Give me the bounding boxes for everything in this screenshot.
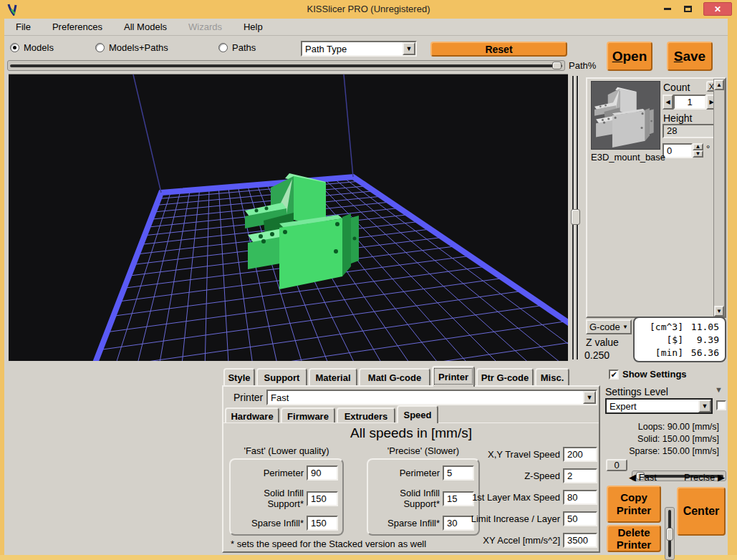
fast-group-title: 'Fast' (Lower quality) xyxy=(229,445,344,456)
subtab-firmware[interactable]: Firmware xyxy=(281,407,335,423)
minimize-icon xyxy=(664,8,671,10)
settings-level-value: Expert xyxy=(607,401,698,412)
menu-wizards: Wizards xyxy=(188,21,222,32)
maximize-button[interactable] xyxy=(679,2,696,16)
zero-button[interactable]: 0 xyxy=(606,459,627,471)
settings-level-dropdown-button[interactable]: ▼ xyxy=(698,400,711,412)
save-button[interactable]: Save xyxy=(667,42,713,71)
tab-matl-gcode[interactable]: Matl G-code xyxy=(359,368,430,386)
kisslicer-window: { "window": { "title": "KISSlicer PRO (U… xyxy=(0,0,737,560)
radio-models-paths[interactable]: Models+Paths xyxy=(95,42,168,53)
close-button[interactable]: ✕ xyxy=(703,2,732,16)
z-value-label: Z value xyxy=(586,337,619,348)
radio-models-icon xyxy=(10,43,19,52)
limit-increase-field[interactable]: 50 xyxy=(563,511,597,526)
scroll-up-icon: ▲ xyxy=(716,82,722,88)
xy-accel-field[interactable]: 3500 xyxy=(563,533,597,548)
model-list-panel: Count X ◀ 1 ▶ Height 28 0 ▲ ▼ ° E3D_moun… xyxy=(586,77,726,318)
path-percent-slider[interactable] xyxy=(7,60,565,71)
minimize-button[interactable] xyxy=(659,2,676,16)
model-thumbnail[interactable] xyxy=(591,81,660,150)
speed-readout: Loops: 90.00 [mm/s] Solid: 150.00 [mm/s]… xyxy=(610,421,719,458)
xy-travel-speed-row: X,Y Travel Speed 200 xyxy=(467,447,597,462)
rotation-up-button[interactable]: ▲ xyxy=(693,143,703,150)
settings-level-select[interactable]: Expert ▼ xyxy=(605,398,713,414)
tab-material[interactable]: Material xyxy=(309,368,357,386)
first-layer-max-speed-field[interactable]: 80 xyxy=(563,490,597,505)
subtab-speed[interactable]: Speed xyxy=(397,405,438,423)
model-list-scrollbar[interactable]: ▲ ▼ xyxy=(713,79,725,317)
build-plate-scene xyxy=(9,74,568,361)
precise-perimeter-row: Perimeter 5 xyxy=(368,465,474,481)
open-button[interactable]: Open xyxy=(607,42,652,71)
z-value-slider[interactable] xyxy=(570,76,582,359)
scroll-up-button[interactable]: ▲ xyxy=(714,79,724,90)
stats-time: [min]56.36 xyxy=(640,347,719,359)
viewport-3d[interactable] xyxy=(9,74,568,360)
scroll-down-button[interactable]: ▼ xyxy=(714,306,724,317)
gcode-select[interactable]: G-code ▼ xyxy=(586,319,632,334)
rotation-down-button[interactable]: ▼ xyxy=(693,150,703,158)
xy-travel-speed-field[interactable]: 200 xyxy=(563,447,597,462)
reset-button[interactable]: Reset xyxy=(430,42,567,57)
collapse-triangle-icon[interactable]: ▼ xyxy=(715,385,723,394)
fast-solid-infill-row: Solid Infill Support* 150 xyxy=(231,488,338,509)
rotation-field[interactable]: 0 xyxy=(663,143,693,158)
path-percent-slider-handle[interactable] xyxy=(552,62,562,69)
fast-solid-infill-field[interactable]: 150 xyxy=(307,491,338,506)
printer-select-value: Fast xyxy=(268,392,583,403)
stats-volume: [cm^3]11.05 xyxy=(640,321,719,334)
tab-printer[interactable]: Printer xyxy=(432,366,475,387)
radio-models[interactable]: Models xyxy=(10,42,54,53)
model-scale-vslider-handle[interactable] xyxy=(666,528,673,541)
title-bar[interactable]: KISSlicer PRO (Unregistered) ✕ xyxy=(0,0,737,19)
model-thumbnail-render xyxy=(592,82,660,149)
copy-printer-button[interactable]: Copy Printer xyxy=(607,486,661,523)
path-type-dropdown-button[interactable]: ▼ xyxy=(403,42,415,55)
menu-help[interactable]: Help xyxy=(244,21,263,32)
fast-perimeter-field[interactable]: 90 xyxy=(307,465,338,481)
menu-all-models[interactable]: All Models xyxy=(124,21,167,32)
count-label: Count xyxy=(663,82,690,93)
fast-sparse-infill-field[interactable]: 150 xyxy=(307,516,338,531)
radio-paths[interactable]: Paths xyxy=(218,42,256,53)
path-type-select[interactable]: Path Type ▼ xyxy=(301,41,417,57)
path-percent-label: Path% xyxy=(569,60,596,71)
printer-dropdown-button[interactable]: ▼ xyxy=(583,391,596,404)
model-scale-vslider[interactable] xyxy=(665,507,675,560)
height-field: 28 xyxy=(663,124,717,138)
arrow-left-icon: ◀ xyxy=(665,100,670,105)
menu-preferences[interactable]: Preferences xyxy=(52,21,102,32)
speed-heading: All speeds in [mm/s] xyxy=(223,425,599,441)
limit-increase-row: Limit Increase / Layer 50 xyxy=(467,511,597,526)
rotation-spinner[interactable]: ▲ ▼ xyxy=(693,143,703,158)
tab-support[interactable]: Support xyxy=(256,368,307,386)
count-decrement-button[interactable]: ◀ xyxy=(663,95,673,110)
settings-lock-checkbox[interactable] xyxy=(716,400,726,410)
center-button[interactable]: Center xyxy=(677,487,726,536)
z-speed-field[interactable]: 2 xyxy=(563,468,597,483)
show-settings-label: Show Settings xyxy=(622,369,687,380)
fast-group-box: Perimeter 90 Solid Infill Support* 150 S… xyxy=(229,458,344,536)
count-field[interactable]: 1 xyxy=(673,95,706,110)
precise-sparse-infill-row: Sparse Infill* 30 xyxy=(368,516,474,531)
subtab-hardware[interactable]: Hardware xyxy=(225,407,279,423)
subtab-extruders[interactable]: Extruders xyxy=(337,407,395,423)
fast-perimeter-row: Perimeter 90 xyxy=(231,465,338,481)
xy-accel-row: XY Accel [mm/s^2] 3500 xyxy=(467,533,597,548)
gcode-select-value: G-code xyxy=(589,322,620,332)
menu-file[interactable]: File xyxy=(16,21,31,32)
printer-select[interactable]: Fast ▼ xyxy=(266,390,597,405)
tab-style[interactable]: Style xyxy=(223,368,255,386)
arrow-down-icon: ▼ xyxy=(695,151,701,157)
path-type-value: Path Type xyxy=(302,44,403,54)
z-value-slider-handle[interactable] xyxy=(571,209,580,225)
model-name-label[interactable]: E3D_mount_base xyxy=(591,152,665,163)
show-settings-checkbox[interactable]: ✔ xyxy=(609,370,619,380)
tab-ptr-gcode[interactable]: Ptr G-code xyxy=(476,368,534,386)
tab-misc[interactable]: Misc. xyxy=(535,368,569,386)
radio-models-paths-icon xyxy=(95,43,105,52)
save-button-label: Save xyxy=(674,49,705,64)
delete-printer-button[interactable]: Delete Printer xyxy=(607,525,661,552)
radio-paths-icon xyxy=(218,43,228,52)
